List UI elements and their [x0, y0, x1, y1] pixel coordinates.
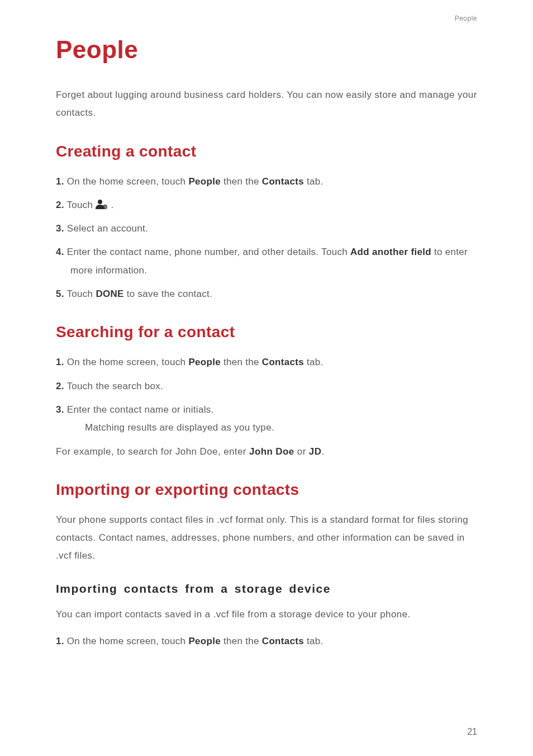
step-text: On the home screen, touch: [64, 636, 189, 646]
body-text: .: [321, 446, 324, 457]
step-number: 5.: [56, 289, 64, 299]
list-item: 1. On the home screen, touch People then…: [56, 632, 477, 650]
bold-text: People: [188, 636, 221, 646]
step-number: 3.: [56, 223, 64, 234]
heading-searching-contact: Searching for a contact: [56, 323, 477, 341]
bold-text: John Doe: [249, 446, 294, 457]
step-text: On the home screen, touch: [64, 357, 189, 367]
body-text: or: [294, 446, 309, 457]
step-text: then the: [221, 176, 262, 187]
document-page: People People Forget about lugging aroun…: [0, 0, 533, 756]
creating-steps-list: 1. On the home screen, touch People then…: [56, 173, 477, 304]
step-text: then the: [221, 636, 262, 646]
list-item: 3. Enter the contact name or initials. M…: [56, 401, 477, 437]
step-number: 3.: [56, 404, 64, 415]
step-text: Select an account.: [64, 223, 148, 234]
subheading-import-storage: Importing contacts from a storage device: [56, 582, 477, 596]
list-item: 4. Enter the contact name, phone number,…: [56, 243, 477, 280]
intro-paragraph: Forget about lugging around business car…: [56, 86, 477, 122]
bold-text: JD: [309, 446, 322, 457]
svg-point-0: [98, 200, 102, 204]
step-text: .: [111, 200, 113, 210]
heading-import-export: Importing or exporting contacts: [56, 481, 477, 499]
list-item: 1. On the home screen, touch People then…: [56, 173, 477, 191]
page-number: 21: [467, 727, 477, 737]
searching-steps-list: 1. On the home screen, touch People then…: [56, 353, 477, 437]
step-text: to save the contact.: [124, 289, 212, 299]
page-title: People: [56, 36, 477, 64]
body-text: For example, to search for John Doe, ent…: [56, 446, 249, 457]
step-number: 4.: [56, 247, 64, 257]
step-text: On the home screen, touch: [64, 176, 189, 187]
step-text: Touch the search box.: [64, 381, 163, 391]
step-text: tab.: [304, 357, 323, 367]
import-steps-list: 1. On the home screen, touch People then…: [56, 632, 477, 650]
step-number: 2.: [56, 381, 64, 391]
import-sub-body: You can import contacts saved in a .vcf …: [56, 606, 477, 623]
bold-text: People: [188, 357, 221, 367]
step-text: tab.: [304, 176, 323, 187]
step-number: 1.: [56, 357, 64, 367]
bold-text: Add another field: [350, 247, 431, 257]
bold-text: People: [188, 176, 221, 187]
step-text: Touch: [64, 200, 96, 210]
step-subtext: Matching results are displayed as you ty…: [70, 419, 477, 437]
example-paragraph: For example, to search for John Doe, ent…: [56, 443, 477, 461]
import-body: Your phone supports contact files in .vc…: [56, 511, 477, 565]
step-number: 1.: [56, 636, 64, 646]
list-item: 2. Touch the search box.: [56, 377, 477, 395]
step-text: tab.: [304, 636, 323, 646]
list-item: 1. On the home screen, touch People then…: [56, 353, 477, 371]
step-number: 1.: [56, 176, 64, 187]
heading-creating-contact: Creating a contact: [56, 143, 477, 160]
step-text: Enter the contact name, phone number, an…: [64, 247, 350, 257]
add-contact-icon: [96, 199, 108, 209]
step-text: Enter the contact name or initials.: [64, 404, 214, 415]
bold-text: Contacts: [262, 176, 304, 187]
bold-text: DONE: [96, 289, 123, 299]
bold-text: Contacts: [262, 357, 304, 367]
bold-text: Contacts: [262, 636, 304, 646]
running-head: People: [455, 15, 477, 22]
step-text: then the: [221, 357, 262, 367]
list-item: 5. Touch DONE to save the contact.: [56, 285, 477, 303]
step-text: Touch: [64, 289, 96, 299]
list-item: 3. Select an account.: [56, 220, 477, 238]
step-number: 2.: [56, 200, 64, 210]
list-item: 2. Touch .: [56, 196, 477, 214]
